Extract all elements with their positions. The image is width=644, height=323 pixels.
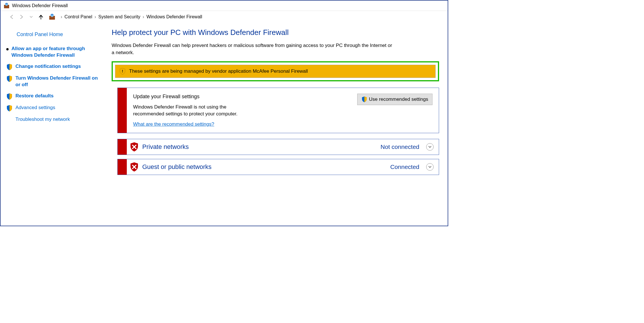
expand-chevron-icon[interactable] bbox=[426, 143, 434, 151]
main-content: Help protect your PC with Windows Defend… bbox=[109, 23, 448, 226]
red-indicator-bar bbox=[118, 88, 127, 133]
titlebar: Windows Defender Firewall bbox=[1, 1, 448, 11]
recommended-settings-link[interactable]: What are the recommended settings? bbox=[133, 121, 214, 127]
nav-recent-dropdown[interactable] bbox=[28, 14, 34, 20]
shield-icon bbox=[6, 75, 13, 82]
private-networks-row[interactable]: Private networks Not connected bbox=[117, 139, 439, 155]
nav-row: › Control Panel › System and Security › … bbox=[1, 11, 448, 23]
shield-x-icon bbox=[130, 142, 139, 152]
shield-icon bbox=[6, 64, 13, 70]
chevron-right-icon: › bbox=[94, 14, 96, 19]
sidebar-item-turn-on-off[interactable]: Turn Windows Defender Firewall on or off bbox=[6, 75, 103, 88]
network-name: Private networks bbox=[142, 143, 189, 151]
chevron-right-icon: › bbox=[61, 14, 62, 19]
control-panel-home-link[interactable]: Control Panel Home bbox=[17, 31, 103, 38]
warning-shield-icon: ! bbox=[119, 68, 126, 75]
nav-forward-button[interactable] bbox=[18, 14, 25, 20]
network-status: Connected bbox=[390, 164, 419, 170]
page-title: Help protect your PC with Windows Defend… bbox=[112, 28, 439, 37]
sidebar-item-allow-app[interactable]: Allow an app or feature through Windows … bbox=[6, 46, 103, 59]
shield-icon bbox=[6, 105, 13, 112]
nav-back-button[interactable] bbox=[9, 14, 15, 20]
breadcrumb-icon bbox=[49, 13, 56, 20]
update-panel-title: Update your Firewall settings bbox=[133, 94, 349, 100]
shield-icon bbox=[6, 93, 13, 100]
breadcrumb: › Control Panel › System and Security › … bbox=[61, 14, 202, 19]
window-title: Windows Defender Firewall bbox=[12, 3, 68, 8]
public-networks-row[interactable]: Guest or public networks Connected bbox=[117, 159, 439, 175]
shield-icon bbox=[361, 96, 367, 103]
page-description: Windows Defender Firewall can help preve… bbox=[112, 42, 392, 56]
sidebar: Control Panel Home Allow an app or featu… bbox=[1, 23, 109, 226]
shield-x-icon bbox=[130, 162, 139, 172]
breadcrumb-item[interactable]: Windows Defender Firewall bbox=[147, 14, 202, 19]
svg-rect-6 bbox=[49, 18, 55, 19]
firewall-app-icon bbox=[3, 3, 10, 9]
red-indicator-bar bbox=[118, 139, 127, 155]
sidebar-item-troubleshoot-network[interactable]: Troubleshoot my network bbox=[6, 116, 103, 123]
svg-rect-2 bbox=[4, 7, 9, 7]
svg-text:!: ! bbox=[122, 69, 123, 73]
expand-chevron-icon[interactable] bbox=[426, 163, 434, 171]
chevron-right-icon: › bbox=[143, 14, 144, 19]
use-recommended-settings-button[interactable]: Use recommended settings bbox=[357, 94, 432, 105]
bullet-icon bbox=[6, 48, 9, 50]
vendor-alert-text: These settings are being managed by vend… bbox=[129, 68, 308, 74]
sidebar-item-restore-defaults[interactable]: Restore defaults bbox=[6, 93, 103, 100]
vendor-alert: ! These settings are being managed by ve… bbox=[115, 65, 436, 78]
update-settings-panel: Update your Firewall settings Windows De… bbox=[117, 88, 439, 133]
red-indicator-bar bbox=[118, 159, 127, 175]
network-name: Guest or public networks bbox=[142, 163, 212, 171]
sidebar-item-change-notifications[interactable]: Change notification settings bbox=[6, 63, 103, 70]
vendor-alert-highlight: ! These settings are being managed by ve… bbox=[112, 61, 439, 81]
breadcrumb-item[interactable]: System and Security bbox=[98, 14, 141, 19]
sidebar-item-advanced-settings[interactable]: Advanced settings bbox=[6, 105, 103, 112]
nav-up-button[interactable] bbox=[38, 14, 44, 20]
firewall-window: Windows Defender Firewall › Control bbox=[0, 0, 448, 226]
button-label: Use recommended settings bbox=[369, 96, 428, 102]
network-status: Not connected bbox=[381, 143, 419, 150]
update-panel-text: Windows Defender Firewall is not using t… bbox=[133, 104, 253, 117]
breadcrumb-item[interactable]: Control Panel bbox=[64, 14, 92, 19]
